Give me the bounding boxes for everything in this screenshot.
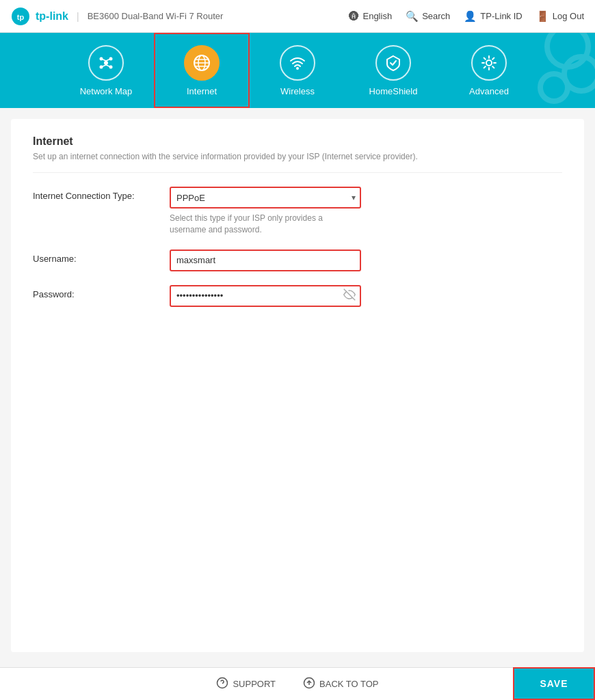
model-name: BE3600 Dual-Band Wi-Fi 7 Router [88, 11, 224, 21]
logout-button[interactable]: 🚪 Log Out [536, 10, 584, 23]
connection-type-select[interactable]: PPPoE Dynamic IP Static IP L2TP PPTP [170, 187, 361, 208]
svg-point-16 [296, 67, 299, 70]
save-button[interactable]: SAVE [513, 667, 595, 700]
homeshield-icon-circle [375, 45, 411, 81]
username-label: Username: [33, 250, 170, 264]
nav-label-internet: Internet [187, 86, 217, 96]
svg-point-18 [547, 33, 588, 67]
form-row-username: Username: [33, 250, 562, 271]
svg-text:tp: tp [17, 13, 25, 21]
account-icon: 👤 [464, 10, 477, 23]
nav-label-homeshield: HomeShield [369, 86, 418, 96]
nav-label-advanced: Advanced [469, 86, 509, 96]
network-map-icon-circle [88, 45, 124, 81]
nav-item-internet[interactable]: Internet [154, 33, 250, 108]
svg-point-2 [104, 61, 108, 65]
advanced-icon-circle [471, 45, 507, 81]
nav-item-wireless[interactable]: Wireless [250, 33, 345, 108]
wireless-icon-circle [280, 45, 315, 81]
header-left: tp tp-link | BE3600 Dual-Band Wi-Fi 7 Ro… [11, 7, 223, 26]
tplink-logo: tp [11, 7, 30, 26]
nav-label-wireless: Wireless [280, 86, 315, 96]
search-label: Search [422, 11, 450, 21]
support-label: SUPPORT [233, 679, 276, 689]
page-title: Internet [33, 135, 562, 148]
connection-type-hint: Select this type if your ISP only provid… [170, 213, 361, 236]
nav-item-homeshield[interactable]: HomeShield [345, 33, 441, 108]
search-icon: 🔍 [406, 10, 419, 23]
header: tp tp-link | BE3600 Dual-Band Wi-Fi 7 Ro… [0, 0, 595, 33]
main-nav: Network Map Internet Wireless [0, 33, 595, 108]
connection-type-label: Internet Connection Type: [33, 187, 170, 201]
search-button[interactable]: 🔍 Search [406, 10, 450, 23]
back-to-top-icon [303, 677, 315, 692]
password-label: Password: [33, 285, 170, 299]
language-icon: 🅐 [349, 10, 359, 22]
support-button[interactable]: SUPPORT [216, 677, 276, 692]
username-input[interactable] [170, 250, 361, 271]
header-right: 🅐 English 🔍 Search 👤 TP-Link ID 🚪 Log Ou… [349, 10, 584, 23]
support-icon [216, 677, 228, 692]
logout-icon: 🚪 [536, 10, 549, 23]
language-selector[interactable]: 🅐 English [349, 10, 392, 22]
brand-name: tp-link [36, 10, 68, 23]
nav-item-network-map[interactable]: Network Map [58, 33, 154, 108]
connection-type-field: PPPoE Dynamic IP Static IP L2TP PPTP ▾ S… [170, 187, 562, 236]
logout-label: Log Out [553, 11, 584, 21]
password-field [170, 285, 562, 307]
svg-point-17 [486, 60, 492, 66]
language-label: English [362, 11, 392, 21]
password-toggle-icon[interactable] [343, 288, 356, 304]
account-label: TP-Link ID [480, 11, 522, 21]
username-field [170, 250, 562, 271]
header-divider: | [77, 11, 79, 22]
password-input[interactable] [170, 285, 361, 307]
nav-label-network-map: Network Map [80, 86, 133, 96]
form-row-password: Password: [33, 285, 562, 307]
nav-item-advanced[interactable]: Advanced [441, 33, 537, 108]
svg-point-19 [564, 57, 595, 91]
connection-type-select-wrapper: PPPoE Dynamic IP Static IP L2TP PPTP ▾ [170, 187, 361, 208]
form-row-connection-type: Internet Connection Type: PPPoE Dynamic … [33, 187, 562, 236]
page-description: Set up an internet connection with the s… [33, 152, 562, 173]
back-to-top-label: BACK TO TOP [319, 679, 378, 689]
internet-icon-circle [184, 45, 220, 81]
password-wrapper [170, 285, 361, 307]
svg-point-20 [540, 74, 568, 101]
account-button[interactable]: 👤 TP-Link ID [464, 10, 522, 23]
main-content: Internet Set up an internet connection w… [11, 119, 584, 652]
back-to-top-button[interactable]: BACK TO TOP [303, 677, 378, 692]
footer: SUPPORT BACK TO TOP SAVE [0, 667, 595, 700]
